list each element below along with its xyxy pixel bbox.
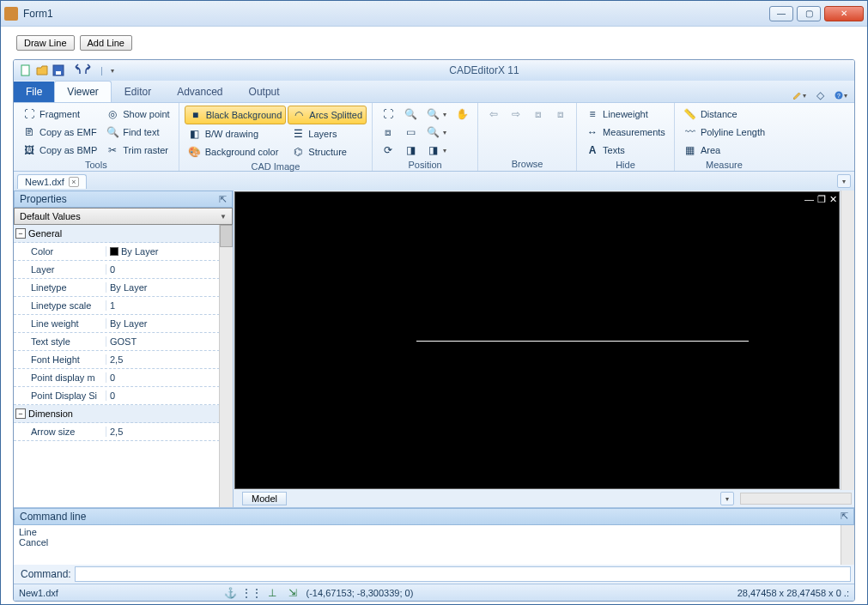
hand-icon: ✋ xyxy=(455,107,469,121)
show-point-button[interactable]: ◎Show point xyxy=(102,106,173,123)
measurements-button[interactable]: ↔Measurements xyxy=(582,124,669,141)
forward-icon: ⇨ xyxy=(509,107,523,121)
anchor-icon[interactable]: ⚓ xyxy=(224,586,238,600)
drawing-canvas[interactable]: — ❐ ✕ xyxy=(234,191,840,489)
edit-dropdown-icon[interactable]: ▾ xyxy=(792,88,806,102)
select-button[interactable]: ▭ xyxy=(400,124,421,141)
viewport-min-icon[interactable]: — xyxy=(804,194,814,205)
group-dimension[interactable]: −Dimension xyxy=(14,405,233,423)
prop-row-point-size[interactable]: Point Display Si0 xyxy=(14,387,233,405)
view-dd-icon: ◨ xyxy=(426,143,440,157)
tab-editor[interactable]: Editor xyxy=(112,81,164,102)
collapse-ribbon-icon[interactable]: ◇ xyxy=(813,88,827,102)
background-color-button[interactable]: 🎨Background color xyxy=(185,143,287,160)
properties-scrollbar[interactable] xyxy=(219,225,233,507)
zoom-in-button[interactable]: 🔍 xyxy=(400,106,421,123)
prop-row-color[interactable]: ColorBy Layer xyxy=(14,243,233,261)
zoom-dd-button[interactable]: 🔍▾ xyxy=(422,106,450,123)
file-tab[interactable]: File xyxy=(14,82,54,102)
new-icon[interactable] xyxy=(19,64,33,77)
model-tab[interactable]: Model xyxy=(242,492,287,505)
arcs-splitted-button[interactable]: ◠Arcs Splitted xyxy=(288,106,367,124)
open-icon[interactable] xyxy=(35,64,49,77)
command-panel: Command line ⇱ Line Cancel Command: xyxy=(14,507,854,584)
close-tab-icon[interactable]: × xyxy=(69,177,79,187)
prop-row-line-weight[interactable]: Line weightBy Layer xyxy=(14,315,233,333)
copy-emf-button[interactable]: 🖹Copy as EMF xyxy=(19,124,100,141)
undo-icon[interactable] xyxy=(68,64,82,77)
copy-bmp-button[interactable]: 🖼Copy as BMP xyxy=(19,142,100,159)
prop-row-arrow-size[interactable]: Arrow size2,5 xyxy=(14,423,233,441)
grid-icon[interactable]: ⋮⋮ xyxy=(245,586,258,600)
zoom-region-button[interactable]: ⧈ xyxy=(378,124,398,141)
lineweight-icon: ≡ xyxy=(586,107,599,121)
zoom-out-button[interactable]: 🔍▾ xyxy=(422,124,450,141)
tab-viewer[interactable]: Viewer xyxy=(54,81,111,102)
properties-grid: −General ColorBy Layer Layer0 LinetypeBy… xyxy=(14,225,233,507)
save-icon[interactable] xyxy=(52,64,65,77)
lineweight-button[interactable]: ≡Lineweight xyxy=(582,106,669,123)
maximize-button[interactable]: ▢ xyxy=(797,6,821,21)
snap-icon[interactable]: ⇲ xyxy=(286,586,300,600)
zoom-region-icon: ⧈ xyxy=(381,125,395,139)
close-button[interactable]: ✕ xyxy=(824,6,864,21)
prop-row-font-height[interactable]: Font Height2,5 xyxy=(14,351,233,369)
layers-button[interactable]: ☰Layers xyxy=(288,125,367,142)
back-button[interactable]: ⇦ xyxy=(483,106,504,123)
black-background-button[interactable]: ■Black Background xyxy=(185,106,287,124)
prop-row-linetype[interactable]: LinetypeBy Layer xyxy=(14,279,233,297)
forward-button[interactable]: ⇨ xyxy=(506,106,526,123)
box-back-button[interactable]: ⧈ xyxy=(528,106,549,123)
viewport-max-icon[interactable]: ❐ xyxy=(817,194,826,205)
fit-button[interactable]: ⛶ xyxy=(378,106,398,123)
add-line-button[interactable]: Add Line xyxy=(80,35,132,51)
pin-icon[interactable]: ⇱ xyxy=(219,194,227,205)
polyline-length-button[interactable]: 〰Polyline Length xyxy=(680,124,768,141)
prop-row-layer[interactable]: Layer0 xyxy=(14,261,233,279)
box-forward-button[interactable]: ⧈ xyxy=(550,106,571,123)
qat-menu-icon[interactable]: ▾ xyxy=(106,64,119,77)
collapse-icon[interactable]: − xyxy=(15,228,26,239)
redo-icon[interactable] xyxy=(84,64,98,77)
prop-row-linetype-scale[interactable]: Linetype scale1 xyxy=(14,297,233,315)
command-scrollbar[interactable] xyxy=(841,525,854,565)
rotate-button[interactable]: ⟳ xyxy=(378,142,398,159)
cube-icon: ◨ xyxy=(404,143,417,157)
bw-drawing-button[interactable]: ◧B/W drawing xyxy=(185,125,287,142)
ortho-icon[interactable]: ⊥ xyxy=(265,586,279,600)
area-button[interactable]: ▦Area xyxy=(680,142,768,159)
group-general[interactable]: −General xyxy=(14,225,233,243)
distance-button[interactable]: 📏Distance xyxy=(680,106,768,123)
document-tab[interactable]: New1.dxf × xyxy=(17,174,87,189)
trim-raster-button[interactable]: ✂Trim raster xyxy=(102,142,173,159)
cube-button[interactable]: ◨ xyxy=(400,142,421,159)
properties-selector[interactable]: Default Values ▼ xyxy=(14,208,233,225)
drawn-line xyxy=(416,341,749,342)
layout-dropdown-icon[interactable]: ▾ xyxy=(720,492,734,505)
documents-dropdown-icon[interactable]: ▾ xyxy=(837,174,851,188)
ribbon-group-hide: ≡Lineweight ↔Measurements ATexts Hide xyxy=(577,103,675,171)
canvas-hscrollbar[interactable] xyxy=(740,493,852,505)
view-dd-button[interactable]: ◨▾ xyxy=(422,142,450,159)
fragment-button[interactable]: ⛶Fragment xyxy=(19,106,100,123)
help-icon[interactable]: ?▾ xyxy=(834,88,847,102)
tab-output[interactable]: Output xyxy=(236,81,293,102)
structure-icon: ⌬ xyxy=(291,145,305,159)
pin-icon[interactable]: ⇱ xyxy=(841,511,848,523)
ribbon: ⛶Fragment 🖹Copy as EMF 🖼Copy as BMP ◎Sho… xyxy=(14,103,854,172)
canvas-vscrollbar[interactable] xyxy=(841,191,854,490)
pan-button[interactable]: ✋ xyxy=(452,106,472,123)
prop-row-text-style[interactable]: Text styleGOST xyxy=(14,333,233,351)
viewport-close-icon[interactable]: ✕ xyxy=(829,194,837,205)
structure-button[interactable]: ⌬Structure xyxy=(288,143,367,160)
command-input[interactable] xyxy=(75,566,851,582)
tab-advanced[interactable]: Advanced xyxy=(164,81,235,102)
minimize-button[interactable]: — xyxy=(769,6,793,21)
command-header: Command line ⇱ xyxy=(14,508,854,525)
find-text-button[interactable]: 🔍Find text xyxy=(102,124,173,141)
draw-line-button[interactable]: Draw Line xyxy=(16,35,75,51)
texts-button[interactable]: ATexts xyxy=(582,142,669,159)
back-icon: ⇦ xyxy=(487,107,501,121)
prop-row-point-mode[interactable]: Point display m0 xyxy=(14,369,233,387)
collapse-icon[interactable]: − xyxy=(15,408,26,419)
